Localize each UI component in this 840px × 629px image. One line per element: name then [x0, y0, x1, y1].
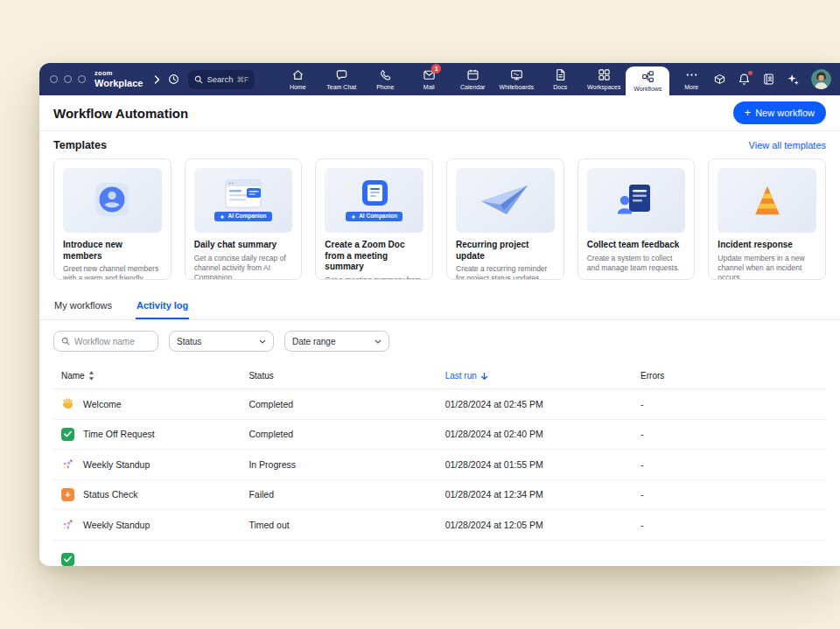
- zoom-doc-icon: [357, 179, 392, 209]
- workflow-name-search[interactable]: [53, 331, 158, 352]
- apps-icon[interactable]: [713, 73, 726, 86]
- nav-docs[interactable]: Docs: [538, 63, 582, 95]
- page-title: Workflow Automation: [53, 106, 188, 121]
- search-icon: [194, 75, 203, 84]
- calendar-icon: [466, 68, 480, 81]
- tab-activity-log[interactable]: Activity log: [136, 291, 189, 319]
- template-card-incident-response[interactable]: Incident response Update members in a ne…: [708, 158, 826, 280]
- workflow-tabs: My workflows Activity log: [39, 291, 840, 320]
- mail-unread-badge: 1: [431, 64, 441, 73]
- column-header-last-run[interactable]: Last run: [445, 371, 640, 381]
- notification-dot: [748, 71, 752, 75]
- card-illustration: AI Companion: [194, 168, 293, 233]
- errors-cell: -: [640, 489, 826, 500]
- status-cell: Failed: [248, 489, 444, 500]
- zoom-workplace-logo: zoom Workplace: [94, 70, 143, 87]
- nav-mail[interactable]: 1 Mail: [407, 63, 451, 95]
- card-illustration: [587, 168, 686, 233]
- workflow-name-input[interactable]: [74, 337, 150, 346]
- card-illustration: [63, 168, 162, 233]
- workflows-icon: [641, 70, 654, 83]
- status-cell: Completed: [248, 429, 444, 439]
- template-card-daily-chat-summary[interactable]: AI Companion Daily chat summary Get a co…: [185, 158, 303, 280]
- table-row-partial[interactable]: [53, 541, 826, 566]
- table-row-status-check[interactable]: + Status Check Failed 01/28/2024 at 12:3…: [53, 480, 826, 511]
- history-icon[interactable]: [167, 73, 180, 86]
- template-card-introduce-new-members[interactable]: Introduce new members Greet new channel …: [53, 158, 172, 280]
- sparkle-icon: [220, 214, 225, 220]
- status-filter-select[interactable]: Status: [169, 331, 274, 352]
- bell-icon[interactable]: [738, 73, 751, 86]
- workspaces-icon: [598, 68, 611, 81]
- chevron-down-icon: [259, 339, 266, 344]
- docs-icon: [554, 68, 567, 81]
- team-chat-icon: [335, 68, 348, 81]
- nav-phone[interactable]: Phone: [363, 63, 407, 95]
- tab-my-workflows[interactable]: My workflows: [53, 291, 113, 319]
- table-row-weekly-standup-2[interactable]: Weekly Standup Timed out 01/28/2024 at 1…: [53, 510, 826, 541]
- column-header-name[interactable]: Name: [53, 371, 248, 381]
- page-header: Workflow Automation + New workflow: [39, 95, 840, 131]
- chat-summary-icon: [220, 179, 267, 209]
- status-cell: Completed: [248, 399, 444, 409]
- member-avatar-icon: [92, 181, 132, 220]
- logo-zoom-text: zoom: [94, 70, 143, 77]
- phone-icon: [379, 68, 392, 81]
- nav-team-chat[interactable]: Team Chat: [319, 63, 363, 95]
- template-card-collect-team-feedback[interactable]: Collect team feedback Create a system to…: [578, 158, 696, 280]
- traffic-cone-icon: [750, 184, 785, 217]
- global-search[interactable]: Search ⌘F: [188, 70, 255, 89]
- window-minimize-button[interactable]: [64, 75, 72, 83]
- last-run-cell: 01/28/2024 at 12:05 PM: [445, 520, 640, 530]
- more-icon: [685, 68, 698, 81]
- contacts-icon[interactable]: [762, 73, 775, 86]
- new-workflow-button[interactable]: + New workflow: [733, 101, 826, 124]
- chevron-down-icon: [374, 339, 382, 344]
- avatar[interactable]: [811, 69, 831, 89]
- window-maximize-button[interactable]: [78, 75, 86, 83]
- table-row-weekly-standup[interactable]: Weekly Standup In Progress 01/28/2024 at…: [53, 450, 826, 480]
- main-content: Workflow Automation + New workflow Templ…: [39, 95, 840, 566]
- plus-icon: +: [745, 108, 751, 117]
- sort-desc-icon: [480, 372, 488, 381]
- nav-workflows[interactable]: Workflows: [626, 66, 669, 95]
- zoom-workplace-window: zoom Workplace Search ⌘F Home: [39, 63, 840, 566]
- paper-plane-icon: [480, 183, 530, 218]
- ai-sparkle-icon[interactable]: [787, 73, 800, 86]
- template-card-zoom-doc-from-meeting-summary[interactable]: AI Companion Create a Zoom Doc from a me…: [315, 158, 433, 280]
- templates-section: Templates View all templates Introduce n…: [39, 131, 840, 280]
- table-row-time-off-request[interactable]: Time Off Request Completed 01/28/2024 at…: [53, 420, 826, 451]
- table-row-welcome[interactable]: Welcome Completed 01/28/2024 at 02:45 PM…: [53, 389, 826, 420]
- chevron-right-icon[interactable]: [154, 75, 160, 84]
- filters-bar: Status Date range: [39, 320, 840, 360]
- templates-heading: Templates: [53, 139, 107, 151]
- nav-calendar[interactable]: Calendar: [451, 63, 494, 95]
- status-cell: Timed out: [248, 520, 444, 530]
- nav-home[interactable]: Home: [276, 63, 319, 95]
- activity-log-table: Name Status Last run Errors Welcome: [39, 360, 840, 566]
- nav-whiteboards[interactable]: Whiteboards: [494, 63, 538, 95]
- whiteboards-icon: [510, 68, 523, 81]
- template-cards: Introduce new members Greet new channel …: [53, 158, 826, 280]
- errors-cell: -: [640, 399, 826, 409]
- check-icon: [61, 553, 74, 566]
- status-cell: In Progress: [248, 459, 444, 470]
- nav-more[interactable]: More: [669, 63, 713, 95]
- home-icon: [291, 68, 304, 81]
- clipboard-person-icon: [616, 184, 656, 217]
- top-navigation: Home Team Chat Phone 1 Mail Calend: [276, 63, 713, 95]
- plus-box-icon: +: [61, 488, 74, 501]
- card-illustration: [718, 168, 816, 233]
- wave-icon: [61, 397, 74, 410]
- nav-workspaces[interactable]: Workspaces: [582, 63, 626, 95]
- date-range-filter-select[interactable]: Date range: [284, 331, 389, 352]
- view-all-templates-link[interactable]: View all templates: [749, 140, 826, 150]
- window-close-button[interactable]: [50, 75, 58, 83]
- check-icon: [61, 428, 74, 441]
- desktop-background: zoom Workplace Search ⌘F Home: [0, 0, 840, 629]
- titlebar-right-cluster: [713, 69, 840, 89]
- table-header: Name Status Last run Errors: [53, 360, 826, 389]
- ai-companion-badge: AI Companion: [346, 212, 402, 221]
- template-card-recurring-project-update[interactable]: Recurring project update Create a recurr…: [446, 158, 564, 280]
- sparkle-icon: [351, 214, 356, 220]
